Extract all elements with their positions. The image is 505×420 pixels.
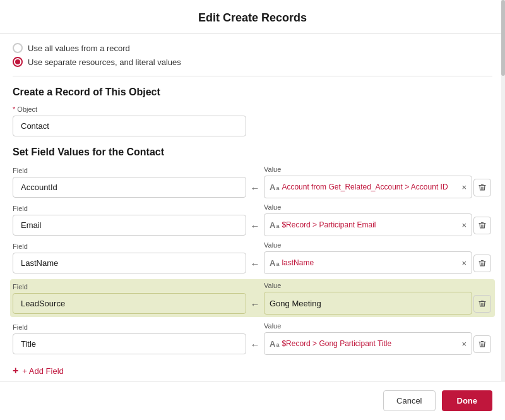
main-content: Use all values from a record Use separat…: [0, 34, 505, 398]
arrow-3: ←: [246, 287, 264, 309]
aa-icon-0: Aa: [270, 183, 279, 191]
value-label-1: Value: [264, 203, 472, 211]
value-text-0: Account from Get_Related_Account > Accou…: [282, 183, 458, 191]
field-col-4: Field: [13, 323, 246, 354]
object-field-group: Object: [13, 105, 492, 136]
value-col-1: Value Aa $Record > Participant Email ×: [264, 203, 472, 236]
value-x-1[interactable]: ×: [461, 220, 466, 230]
value-label-0: Value: [264, 165, 472, 173]
value-label-4: Value: [264, 322, 472, 330]
aa-icon-1: Aa: [270, 221, 279, 229]
field-row-2: Field ← Value Aa lastName ×: [13, 241, 492, 274]
arrow-2: ←: [246, 247, 264, 269]
add-field-label: + Add Field: [22, 366, 63, 376]
value-col-4: Value Aa $Record > Gong Participant Titl…: [264, 322, 472, 355]
radio-use-separate-label: Use separate resources, and literal valu…: [28, 57, 181, 67]
arrow-0: ←: [246, 171, 264, 193]
field-label-3: Field: [13, 283, 246, 291]
value-input-wrap-2[interactable]: Aa lastName ×: [264, 251, 472, 274]
field-input-1[interactable]: [13, 215, 246, 236]
delete-col-0: [472, 167, 492, 196]
done-button[interactable]: Done: [442, 390, 493, 411]
value-x-2[interactable]: ×: [461, 258, 466, 268]
radio-group: Use all values from a record Use separat…: [13, 34, 492, 76]
field-row-4: Field ← Value Aa $Record > Gong Particip…: [13, 322, 492, 355]
radio-use-all-circle[interactable]: [13, 43, 23, 53]
field-col-1: Field: [13, 205, 246, 236]
aa-icon-4: Aa: [270, 340, 279, 348]
field-row-3: Field ← Value: [10, 279, 495, 317]
value-input-wrap-4[interactable]: Aa $Record > Gong Participant Title ×: [264, 332, 472, 355]
delete-btn-4[interactable]: [473, 335, 491, 353]
field-col-0: Field: [13, 167, 246, 198]
value-input-wrap-3[interactable]: [264, 292, 472, 315]
arrow-4: ←: [246, 328, 264, 350]
radio-use-all[interactable]: Use all values from a record: [13, 43, 492, 53]
cancel-button[interactable]: Cancel: [383, 390, 435, 411]
field-input-3[interactable]: [13, 293, 246, 314]
object-input[interactable]: [13, 116, 246, 136]
delete-btn-0[interactable]: [473, 179, 491, 196]
delete-col-3: [472, 284, 492, 313]
delete-col-1: [472, 205, 492, 234]
field-label-2: Field: [13, 243, 246, 250]
field-row-0: Field ← Value Aa Account from Get_Relate…: [13, 165, 492, 198]
radio-use-separate[interactable]: Use separate resources, and literal valu…: [13, 57, 492, 67]
scrollbar-track[interactable]: [501, 0, 505, 420]
field-row-1: Field ← Value Aa $Record > Participant E…: [13, 203, 492, 236]
set-field-title: Set Field Values for the Contact: [13, 147, 492, 158]
value-label-2: Value: [264, 241, 472, 249]
scrollbar-thumb[interactable]: [501, 0, 505, 76]
footer: Cancel Done: [0, 381, 505, 420]
field-input-2[interactable]: [13, 253, 246, 273]
value-col-2: Value Aa lastName ×: [264, 241, 472, 274]
plus-icon: +: [13, 365, 18, 376]
create-section-title: Create a Record of This Object: [13, 87, 492, 98]
value-x-4[interactable]: ×: [461, 339, 466, 349]
field-col-2: Field: [13, 243, 246, 273]
value-label-3: Value: [264, 282, 472, 289]
value-text-1: $Record > Participant Email: [282, 220, 458, 229]
field-label-1: Field: [13, 205, 246, 212]
delete-btn-1[interactable]: [473, 217, 491, 234]
value-plain-input-3[interactable]: [270, 299, 466, 308]
field-col-3: Field: [13, 283, 246, 314]
object-label: Object: [13, 105, 492, 113]
value-x-0[interactable]: ×: [461, 183, 466, 192]
arrow-1: ←: [246, 209, 264, 231]
value-input-wrap-0[interactable]: Aa Account from Get_Related_Account > Ac…: [264, 176, 472, 198]
aa-icon-2: Aa: [270, 259, 279, 267]
delete-btn-3[interactable]: [473, 295, 491, 313]
field-label-0: Field: [13, 167, 246, 174]
delete-col-4: [472, 324, 492, 353]
page-title: Edit Create Records: [0, 0, 505, 34]
delete-col-2: [472, 243, 492, 272]
radio-use-separate-circle[interactable]: [13, 57, 23, 67]
add-field-button[interactable]: + + Add Field: [13, 360, 64, 381]
value-col-0: Value Aa Account from Get_Related_Accoun…: [264, 165, 472, 198]
field-label-4: Field: [13, 323, 246, 331]
value-col-3: Value: [264, 282, 472, 315]
delete-btn-2[interactable]: [473, 255, 491, 272]
field-input-4[interactable]: [13, 333, 246, 354]
field-input-0[interactable]: [13, 177, 246, 198]
radio-use-all-label: Use all values from a record: [28, 44, 130, 53]
value-text-4: $Record > Gong Participant Title: [282, 339, 458, 348]
value-text-2: lastName: [282, 258, 458, 267]
value-input-wrap-1[interactable]: Aa $Record > Participant Email ×: [264, 213, 472, 236]
